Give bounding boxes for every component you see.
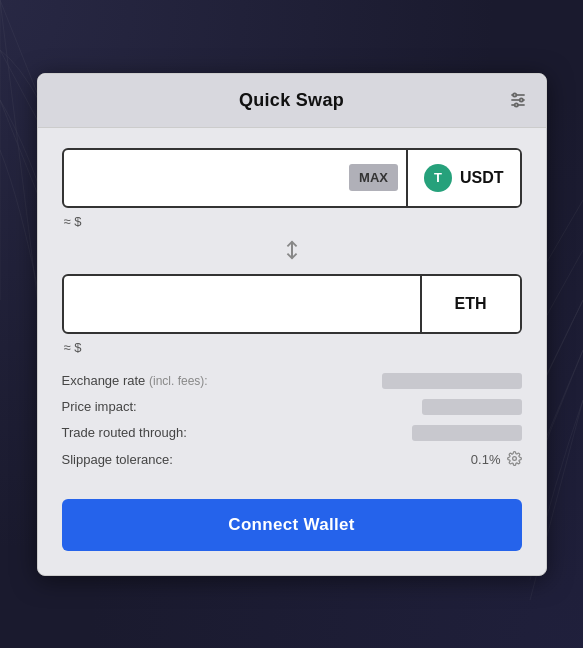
slippage-label: Slippage tolerance: xyxy=(62,452,173,467)
slippage-row: Slippage tolerance: 0.1% xyxy=(62,451,522,469)
to-approx-usd: ≈ $ xyxy=(64,340,522,355)
svg-point-18 xyxy=(512,456,516,460)
exchange-rate-value xyxy=(382,373,522,389)
from-amount-input[interactable] xyxy=(64,169,350,187)
from-token-selector[interactable]: T USDT xyxy=(406,150,520,206)
settings-icon[interactable] xyxy=(508,90,528,110)
connect-wallet-button[interactable]: Connect Wallet xyxy=(62,499,522,551)
price-impact-value xyxy=(422,399,522,415)
slippage-value: 0.1% xyxy=(471,452,501,467)
price-impact-row: Price impact: xyxy=(62,399,522,415)
from-token-input-box: MAX T USDT xyxy=(62,148,522,208)
panel-header: Quick Swap xyxy=(38,74,546,128)
max-button[interactable]: MAX xyxy=(349,164,398,191)
to-token-input-box: ETH xyxy=(62,274,522,334)
trade-routed-row: Trade routed through: xyxy=(62,425,522,441)
exchange-rate-label: Exchange rate (incl. fees): xyxy=(62,373,208,388)
from-approx-usd: ≈ $ xyxy=(64,214,522,229)
to-token-name: ETH xyxy=(455,295,487,313)
swap-direction-icon[interactable] xyxy=(281,239,303,264)
svg-point-13 xyxy=(513,93,516,96)
to-token-selector[interactable]: ETH xyxy=(420,276,520,332)
trade-routed-value xyxy=(412,425,522,441)
panel-body: MAX T USDT ≈ $ xyxy=(38,128,546,469)
exchange-rate-row: Exchange rate (incl. fees): xyxy=(62,373,522,389)
svg-point-14 xyxy=(519,98,522,101)
panel-title: Quick Swap xyxy=(239,90,344,111)
usdt-icon: T xyxy=(424,164,452,192)
trade-routed-label: Trade routed through: xyxy=(62,425,187,440)
to-amount-input[interactable] xyxy=(64,295,420,313)
slippage-settings-icon[interactable] xyxy=(507,451,522,469)
svg-point-15 xyxy=(514,103,517,106)
quick-swap-panel: Quick Swap MAX T USDT ≈ $ xyxy=(37,73,547,576)
slippage-value-container: 0.1% xyxy=(471,451,522,469)
price-impact-label: Price impact: xyxy=(62,399,137,414)
swap-arrows-container xyxy=(62,229,522,274)
from-token-name: USDT xyxy=(460,169,504,187)
info-section: Exchange rate (incl. fees): Price impact… xyxy=(62,373,522,469)
